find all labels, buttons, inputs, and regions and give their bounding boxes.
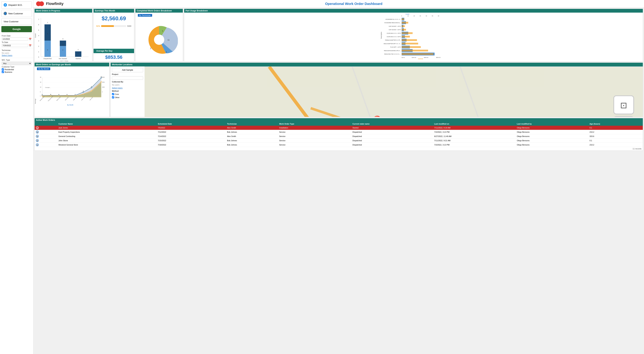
svg-text:$600.00: $600.00 bbox=[436, 57, 440, 58]
to-date-input[interactable] bbox=[2, 44, 28, 47]
table-row[interactable]: ⊕ Westend General Store 7/18/2022 Bob Jo… bbox=[34, 143, 643, 147]
row-expand-icon[interactable]: ⊕ bbox=[36, 126, 39, 129]
col-header-blank bbox=[34, 122, 57, 126]
by-month-tab[interactable]: By By Month bbox=[37, 68, 50, 70]
row-expand-icon[interactable]: ⊕ bbox=[36, 139, 39, 142]
parts-chart: Count 0 10 20 30 40 50 60 Description bbox=[184, 12, 643, 61]
table-row[interactable]: ⊕ John Stone 7/15/2022 Bob Johnes Servic… bbox=[34, 138, 643, 143]
from-date-row: 📅 bbox=[0, 37, 33, 41]
logo-circles bbox=[36, 1, 44, 6]
svg-text:2000: 2000 bbox=[102, 86, 104, 88]
locations-select-users-link[interactable]: Select Users bbox=[112, 87, 143, 89]
core-checkbox[interactable] bbox=[112, 93, 114, 95]
row-expand-icon[interactable]: ⊕ bbox=[36, 131, 39, 134]
from-date-input[interactable] bbox=[2, 38, 28, 40]
google-button[interactable]: Google bbox=[1, 26, 32, 32]
business-checkbox[interactable] bbox=[2, 71, 4, 73]
svg-text:1: 1 bbox=[78, 52, 78, 54]
row-tech: Bob Johnes bbox=[226, 138, 278, 143]
locations-panel: Workorder Locations Add Sample Project C… bbox=[110, 62, 643, 117]
project-input[interactable] bbox=[112, 76, 143, 80]
earnings-avg-amount: $853.56 bbox=[94, 53, 134, 61]
other-checkbox[interactable] bbox=[112, 96, 114, 98]
svg-text:10: 10 bbox=[407, 15, 409, 17]
to-date-calendar-icon[interactable]: 📅 bbox=[29, 44, 32, 47]
customer-type-label: Customer Type bbox=[0, 66, 33, 68]
table-head: Customer Name Scheduled Date Technician … bbox=[34, 122, 643, 126]
svg-rect-78 bbox=[402, 50, 428, 52]
svg-text:30: 30 bbox=[420, 15, 421, 17]
svg-text:3: 3 bbox=[62, 38, 63, 40]
earnings-main: $2,560.69 bbox=[94, 12, 134, 24]
row-type: Installation bbox=[278, 126, 351, 130]
col-header-tech: Technician bbox=[226, 122, 278, 126]
residential-label: Residential bbox=[4, 68, 14, 70]
svg-text:4000: 4000 bbox=[102, 82, 104, 83]
from-date-calendar-icon[interactable]: 📅 bbox=[29, 38, 32, 40]
view-customer-button[interactable]: View Customer bbox=[1, 18, 32, 25]
from-date-label: From Date bbox=[0, 34, 33, 37]
row-icon-cell: ⊕ bbox=[34, 130, 57, 134]
dispatch-button[interactable]: + Dispatch W.O. bbox=[1, 1, 32, 8]
row-tech: Alex Smith bbox=[226, 134, 278, 138]
locations-map: 📍 📍 📍 📍 📍 📍 📍 GRANDVIEW-WOODLANDS MT PLE… bbox=[145, 66, 643, 117]
row-icon-cell: ⊕ bbox=[34, 138, 57, 143]
row-modifier: Olegs Bensons bbox=[515, 143, 588, 147]
row-customer: Jack Jones bbox=[57, 126, 156, 130]
svg-text:W.O. State: W.O. State bbox=[60, 60, 68, 61]
table-row[interactable]: ⊕ Jack Jones 7/5/2022 Alex Smith Install… bbox=[34, 126, 643, 130]
svg-rect-69 bbox=[402, 18, 404, 20]
row-modified: 7/2/2022, 3:13 PM bbox=[433, 130, 516, 134]
col-header-state: Current state name bbox=[351, 122, 433, 126]
collected-by-label: Collected By bbox=[112, 81, 143, 83]
active-wo-panel: Active Work Orders Customer Name Schedul… bbox=[34, 118, 643, 150]
svg-rect-76 bbox=[402, 43, 418, 44]
new-customer-button[interactable]: 👤 New Customer bbox=[1, 10, 32, 17]
table-row[interactable]: ⊕ East Property Inspections 7/12/2022 Bo… bbox=[34, 130, 643, 134]
svg-text:1: 1 bbox=[162, 30, 163, 32]
technician-select-users-link[interactable]: Select Users bbox=[0, 54, 33, 57]
by-technician-tab[interactable]: By Technician bbox=[138, 14, 152, 17]
row-modifier: Olegs Bensons bbox=[515, 130, 588, 134]
svg-text:⊡: ⊡ bbox=[620, 101, 627, 110]
woe-chart: Comple... 20 15 10 5 0 6000 4000 2000 0 … bbox=[34, 71, 109, 117]
earnings-content: $2,560.69 51% 5000 Average Per Day $853.… bbox=[94, 12, 134, 61]
wo-type-select[interactable]: Any bbox=[2, 62, 32, 65]
residential-checkbox[interactable] bbox=[2, 68, 4, 70]
row-date: 7/5/2022 bbox=[156, 126, 226, 130]
active-wo-table: Customer Name Scheduled Date Technician … bbox=[34, 122, 643, 147]
svg-text:$200.00: $200.00 bbox=[412, 57, 416, 58]
completed-pie-chart: 1 11 1 2 bbox=[140, 23, 178, 57]
row-icon-cell: ⊕ bbox=[34, 143, 57, 147]
svg-text:2: 2 bbox=[62, 49, 63, 51]
add-sample-button[interactable]: Add Sample bbox=[112, 68, 143, 72]
svg-text:Subtotal: Subtotal bbox=[418, 58, 423, 60]
svg-text:0: 0 bbox=[38, 56, 39, 58]
row-expand-icon[interactable]: ⊕ bbox=[36, 144, 39, 146]
svg-text:60: 60 bbox=[438, 15, 439, 17]
svg-text:4: 4 bbox=[47, 33, 48, 34]
svg-rect-17 bbox=[60, 46, 66, 57]
earnings-bar-fill bbox=[101, 25, 114, 27]
row3: Active Work Orders Customer Name Schedul… bbox=[34, 118, 643, 150]
svg-text:1: 1 bbox=[58, 94, 59, 95]
technician-label: Technician bbox=[0, 49, 33, 52]
svg-text:COUPLING S X S - 25 PC: COUPLING S X S - 25 PC bbox=[387, 33, 401, 34]
col-header-age: Age (hours) bbox=[588, 122, 643, 126]
earnings-pct: 51% bbox=[96, 25, 100, 27]
locations-form: Add Sample Project Collected By No users… bbox=[110, 66, 145, 117]
svg-text:50: 50 bbox=[432, 15, 433, 17]
google-label: Google bbox=[12, 28, 20, 30]
row-age: 210.2 bbox=[588, 143, 643, 147]
row-date: 7/15/2022 bbox=[156, 138, 226, 143]
earnings-avg-label: Average Per Day bbox=[94, 49, 134, 53]
earnings-header: Earnings This Month bbox=[94, 9, 134, 12]
table-row[interactable]: ⊕ General Contracting 7/14/2022 Alex Smi… bbox=[34, 134, 643, 138]
wip-chart: 7 6 5 4 3 2 1 0 Count bbox=[34, 12, 92, 61]
active-wo-table-wrap: Customer Name Scheduled Date Technician … bbox=[34, 122, 643, 147]
svg-text:PLUG MPT - 10 PC: PLUG MPT - 10 PC bbox=[390, 46, 401, 48]
svg-rect-71 bbox=[402, 26, 405, 27]
row-expand-icon[interactable]: ⊕ bbox=[36, 135, 39, 138]
active-wo-header: Active Work Orders bbox=[34, 118, 643, 122]
svg-point-105 bbox=[101, 77, 102, 78]
